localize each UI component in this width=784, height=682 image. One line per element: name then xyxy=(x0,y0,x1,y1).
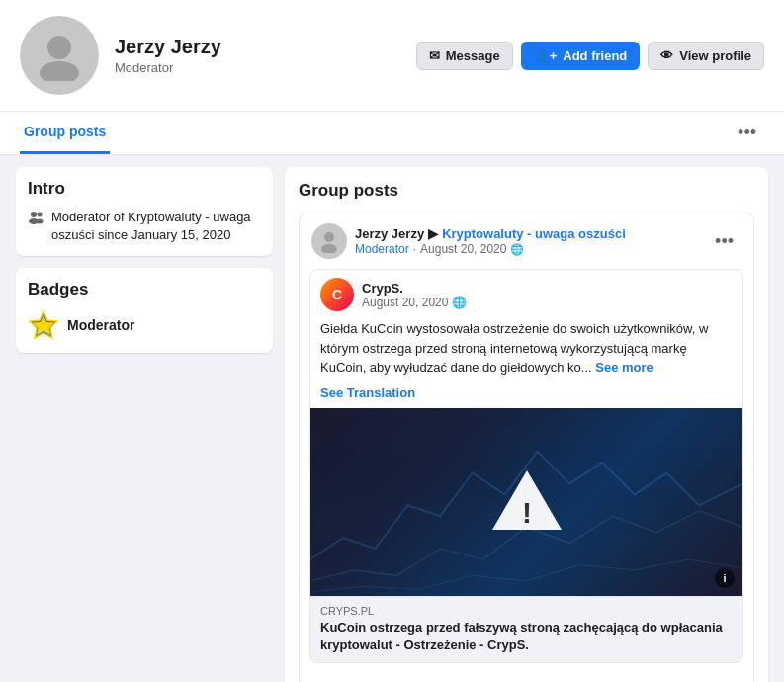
inner-globe-icon: 🌐 xyxy=(452,296,467,309)
post-date-line: Moderator · August 20, 2020 🌐 xyxy=(355,242,626,256)
moderator-badge-icon xyxy=(28,309,59,341)
add-friend-button[interactable]: 👤+ Add friend xyxy=(521,42,641,70)
profile-header: Jerzy Jerzy Moderator ✉ Message 👤+ Add f… xyxy=(0,0,784,112)
inner-post: C CrypS. August 20, 2020 🌐 Giełda KuCoin… xyxy=(309,269,743,663)
avatar xyxy=(20,16,99,95)
group-posts-section: Group posts Jerzy Jerzy xyxy=(285,167,768,682)
post-role: Moderator xyxy=(355,242,409,256)
profile-name: Jerzy Jerzy xyxy=(115,36,400,58)
post-avatar xyxy=(311,223,347,259)
group-posts-heading: Group posts xyxy=(299,181,754,201)
post-text: Giełda KuCoin wystosowała ostrzeżenie do… xyxy=(310,319,742,385)
post-group-link[interactable]: Kryptowaluty - uwaga oszuści xyxy=(442,226,626,241)
right-content: Group posts Jerzy Jerzy xyxy=(285,167,768,682)
tab-more-button[interactable]: ••• xyxy=(730,115,764,151)
main-layout: Intro Moderator of Kryptowaluty - uwaga … xyxy=(0,155,784,682)
link-preview: CRYPS.PL KuCoin ostrzega przed fałszywą … xyxy=(310,596,742,662)
svg-point-5 xyxy=(37,219,44,224)
link-source: CRYPS.PL xyxy=(320,605,733,617)
badge-item: Moderator xyxy=(28,309,261,341)
inner-post-header: C CrypS. August 20, 2020 🌐 xyxy=(310,270,742,319)
inner-post-meta: CrypS. August 20, 2020 🌐 xyxy=(362,281,733,309)
svg-point-9 xyxy=(321,244,337,253)
svg-point-2 xyxy=(31,212,37,217)
message-button[interactable]: ✉ Message xyxy=(416,42,513,70)
profile-info: Jerzy Jerzy Moderator xyxy=(115,36,400,75)
profile-role: Moderator xyxy=(115,60,400,75)
inner-post-name: CrypS. xyxy=(362,281,733,296)
post-header: Jerzy Jerzy ▶ Kryptowaluty - uwaga oszuś… xyxy=(300,213,753,269)
view-profile-button[interactable]: 👁 View profile xyxy=(648,42,764,70)
people-icon xyxy=(28,210,44,231)
svg-point-0 xyxy=(47,36,71,59)
nav-tabs: Group posts ••• xyxy=(0,112,784,155)
add-friend-icon: 👤+ xyxy=(534,48,558,63)
post-image: ! i xyxy=(310,408,742,596)
svg-point-4 xyxy=(38,213,43,217)
arrow-icon: ▶ xyxy=(428,226,438,241)
tab-group-posts[interactable]: Group posts xyxy=(20,112,110,154)
post-author-line: Jerzy Jerzy ▶ Kryptowaluty - uwaga oszuś… xyxy=(355,226,626,241)
svg-point-8 xyxy=(324,232,334,242)
intro-card: Intro Moderator of Kryptowaluty - uwaga … xyxy=(16,167,273,256)
see-translation-link[interactable]: See Translation xyxy=(310,385,742,408)
see-more-link[interactable]: See more xyxy=(595,360,653,375)
post-header-left: Jerzy Jerzy ▶ Kryptowaluty - uwaga oszuś… xyxy=(311,223,626,259)
post-footer: 👍 1 1 comment 👍 Like 💬 xyxy=(300,673,753,682)
post-card: Jerzy Jerzy ▶ Kryptowaluty - uwaga oszuś… xyxy=(299,213,754,682)
globe-icon: 🌐 xyxy=(510,243,524,256)
post-meta: Jerzy Jerzy ▶ Kryptowaluty - uwaga oszuś… xyxy=(355,226,626,256)
view-profile-icon: 👁 xyxy=(660,48,673,63)
badges-card: Badges Moderator xyxy=(16,268,273,353)
badges-title: Badges xyxy=(28,280,261,299)
left-sidebar: Intro Moderator of Kryptowaluty - uwaga … xyxy=(16,167,273,682)
badge-label: Moderator xyxy=(67,317,134,333)
post-author-name: Jerzy Jerzy xyxy=(355,226,424,241)
svg-text:!: ! xyxy=(522,496,532,529)
warning-triangle-icon: ! xyxy=(487,466,566,538)
post-more-button[interactable]: ••• xyxy=(707,227,741,256)
person-icon xyxy=(34,30,85,81)
message-icon: ✉ xyxy=(429,48,440,63)
post-date: August 20, 2020 xyxy=(420,242,506,256)
intro-title: Intro xyxy=(28,179,261,199)
svg-point-1 xyxy=(40,61,79,81)
profile-actions: ✉ Message 👤+ Add friend 👁 View profile xyxy=(416,42,764,70)
info-icon-overlay[interactable]: i xyxy=(715,568,735,588)
inner-post-date: August 20, 2020 🌐 xyxy=(362,296,733,309)
intro-text: Moderator of Kryptowaluty - uwaga oszuśc… xyxy=(51,209,261,244)
link-title: KuCoin ostrzega przed fałszywą stroną za… xyxy=(320,619,733,654)
inner-post-avatar: C xyxy=(320,278,354,311)
intro-item: Moderator of Kryptowaluty - uwaga oszuśc… xyxy=(28,209,261,244)
